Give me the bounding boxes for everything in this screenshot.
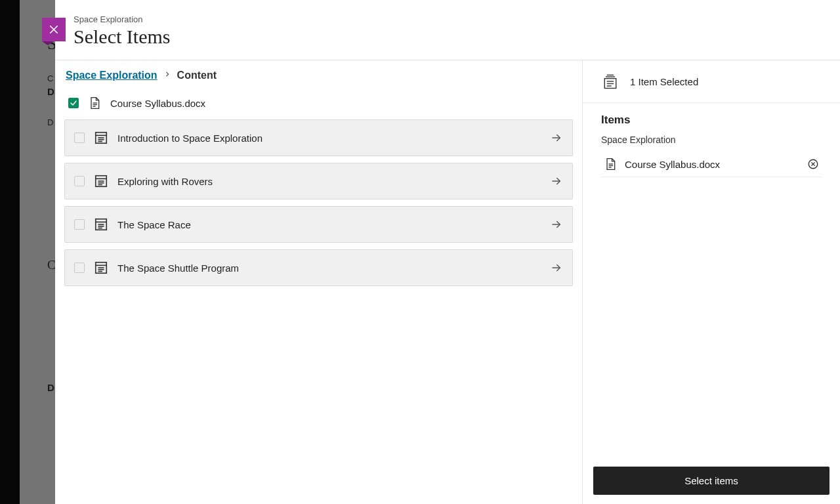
selection-footer: Select items [583,457,840,504]
selection-pane: 1 Item Selected Items Space Exploration … [583,60,840,504]
selected-item-name: Course Syllabus.docx [625,159,799,170]
items-heading: Items [601,114,822,127]
content-browser-pane: Space Exploration Content Course Syllabu… [55,60,583,504]
module-title-label: Introduction to Space Exploration [117,133,541,144]
remove-item-button[interactable] [807,158,819,170]
select-items-button[interactable]: Select items [593,467,830,495]
file-checkbox[interactable] [68,98,79,108]
document-icon [604,157,617,171]
module-row[interactable]: Introduction to Space Exploration [64,119,573,156]
close-icon [48,24,60,35]
module-row[interactable]: Exploring with Rovers [64,163,573,200]
module-icon [94,131,108,145]
check-icon [70,99,77,107]
close-button[interactable] [42,18,66,41]
file-item-row[interactable]: Course Syllabus.docx [64,91,573,119]
module-row[interactable]: The Space Race [64,206,573,243]
arrow-right-icon[interactable] [550,175,563,187]
module-checkbox[interactable] [74,219,85,230]
arrow-right-icon[interactable] [550,262,563,274]
document-icon [88,96,101,110]
modal-context-label: Space Exploration [74,14,822,24]
module-checkbox[interactable] [74,133,85,143]
module-icon [94,217,108,232]
module-checkbox[interactable] [74,262,85,273]
module-row[interactable]: The Space Shuttle Program [64,249,573,286]
arrow-right-icon[interactable] [550,219,563,230]
selection-body: Items Space Exploration Course Syllabus.… [583,103,840,457]
selection-group-label: Space Exploration [601,135,822,145]
selected-item-row: Course Syllabus.docx [601,152,822,177]
collection-icon [601,71,620,92]
module-title-label: Exploring with Rovers [117,176,541,187]
module-checkbox[interactable] [74,176,85,186]
module-title-label: The Space Race [117,219,541,230]
breadcrumb: Space Exploration Content [64,70,573,81]
selection-count-label: 1 Item Selected [630,76,698,87]
breadcrumb-root-link[interactable]: Space Exploration [66,70,158,81]
module-icon [94,174,108,188]
select-items-modal: Space Exploration Select Items Space Exp… [55,0,840,504]
modal-header: Space Exploration Select Items [55,0,840,60]
modal-title: Select Items [74,26,822,48]
arrow-right-icon[interactable] [550,132,563,144]
selection-header: 1 Item Selected [583,60,840,103]
module-title-label: The Space Shuttle Program [117,262,541,274]
chevron-right-icon [164,70,171,81]
module-icon [94,261,108,275]
remove-icon [807,158,819,170]
breadcrumb-current: Content [177,70,217,81]
modal-body: Space Exploration Content Course Syllabu… [55,60,840,504]
file-name-label: Course Syllabus.docx [110,98,205,109]
